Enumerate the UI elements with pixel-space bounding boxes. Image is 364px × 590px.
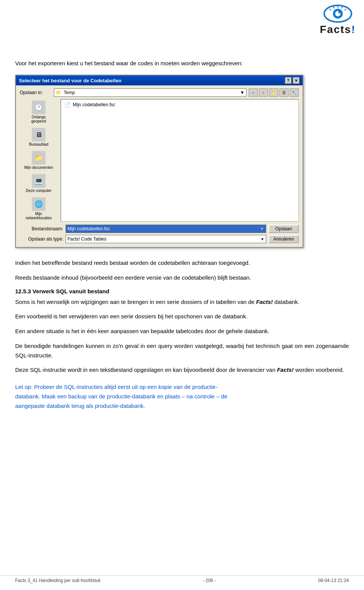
help-button[interactable]: ?	[285, 77, 292, 84]
section-heading-1253: 12.5.3 Verwerk SQL vanuit bestand	[15, 288, 349, 294]
sidebar-my-documents[interactable]: 📁 Mijn documenten	[20, 149, 58, 171]
dialog-body: Opslaan in: 📁 Temp ▼ ← ↑ 📁 ☰ 🔧	[16, 85, 303, 247]
tools-button[interactable]: 🔧	[290, 88, 299, 97]
dialog-wrapper: Selecteer het bestand voor de Codetabell…	[15, 75, 349, 248]
paragraph-sql-query: De benodigde handelingen kunnen in zo'n …	[15, 341, 349, 360]
footer-center: - 206 -	[203, 578, 216, 583]
dialog-main-area: 🕐 Onlangsgeopend 🖥 Bureaublad 📁 Mijn doc…	[20, 99, 299, 222]
svg-line-8	[329, 9, 331, 10]
view-button[interactable]: ☰	[279, 88, 289, 97]
filename-row: Bestandsnaam: Mijn codetabellen.fsc ▼ Op…	[20, 225, 299, 233]
toolbar-buttons: ← ↑ 📁 ☰ 🔧	[249, 88, 299, 97]
desktop-icon: 🖥	[32, 128, 46, 142]
svg-line-5	[342, 6, 342, 8]
paragraph-existing-content: Reeds bestaande inhoud (bijvoorbeeld een…	[15, 273, 349, 283]
file-item[interactable]: 📄 Mijn codetabellen.fsc	[63, 101, 297, 109]
logo-brand: Facts!	[320, 24, 356, 36]
sidebar-desktop[interactable]: 🖥 Bureaublad	[20, 126, 58, 148]
dialog-title: Selecteer het bestand voor de Codetabell…	[19, 78, 121, 83]
up-button[interactable]: ↑	[259, 88, 268, 97]
footer-left: Facts 3_41 Handleiding per sub-hoofdstuk	[15, 578, 100, 583]
filename-input[interactable]: Mijn codetabellen.fsc ▼	[66, 225, 266, 233]
sidebar-network-locations[interactable]: 🌐 Mijnnetwerklocaties	[20, 196, 58, 222]
intro-paragraph: Voor het exporteren kiest u het bestand …	[15, 59, 349, 68]
sidebar-recently-opened[interactable]: 🕐 Onlangsgeopend	[20, 99, 58, 125]
note-paragraph: Let op: Probeer de SQL-instructies altij…	[15, 382, 349, 411]
sidebar-this-computer[interactable]: 💻 Deze computer	[20, 173, 58, 194]
footer-right: 08-04-13 21:24	[318, 578, 349, 583]
paragraph-after-dialog: Indien het betreffende bestand reeds bes…	[15, 258, 349, 268]
dialog-titlebar: Selecteer het bestand voor de Codetabell…	[16, 76, 303, 85]
new-folder-button[interactable]: 📁	[269, 88, 278, 97]
paragraph-another-situation: Een andere situatie is het in één keer a…	[15, 327, 349, 336]
save-as-dropdown[interactable]: Facts! Code Tables ▼	[66, 235, 266, 243]
save-button[interactable]: Opslaan	[268, 225, 299, 233]
svg-point-3	[338, 11, 340, 13]
paragraph-sometimes: Soms is het wenselijk om wijzigingen aan…	[15, 297, 349, 307]
svg-line-6	[333, 6, 334, 8]
file-list: 📄 Mijn codetabellen.fsc	[61, 99, 299, 222]
save-as-row: Opslaan als type: Facts! Code Tables ▼ A…	[20, 235, 299, 243]
recent-icon: 🕐	[32, 101, 46, 114]
facts-logo-icon	[323, 4, 353, 24]
footer: Facts 3_41 Handleiding per sub-hoofdstuk…	[0, 575, 364, 583]
save-as-label: Opslaan als type:	[20, 236, 63, 242]
save-in-label: Opslaan in:	[20, 90, 54, 95]
back-button[interactable]: ←	[249, 88, 258, 97]
save-in-row: Opslaan in: 📁 Temp ▼ ← ↑ 📁 ☰ 🔧	[20, 88, 299, 97]
file-icon: 📄	[64, 102, 71, 108]
titlebar-buttons: ? ✕	[285, 77, 300, 84]
close-button[interactable]: ✕	[293, 77, 300, 84]
svg-line-7	[345, 9, 346, 10]
computer-icon: 💻	[32, 174, 46, 188]
paragraph-textfile: Deze SQL-instructie wordt in een tekstbe…	[15, 365, 349, 375]
documents-icon: 📁	[32, 151, 46, 165]
filename-label: Bestandsnaam:	[20, 226, 63, 231]
network-icon: 🌐	[32, 197, 46, 211]
save-in-dropdown[interactable]: 📁 Temp ▼	[54, 88, 246, 97]
file-save-dialog: Selecteer het bestand voor de Codetabell…	[15, 75, 303, 248]
cancel-button[interactable]: Annuleren	[268, 235, 299, 243]
logo-area: Facts!	[320, 4, 356, 36]
dialog-bottom-fields: Bestandsnaam: Mijn codetabellen.fsc ▼ Op…	[20, 225, 299, 243]
file-name: Mijn codetabellen.fsc	[73, 102, 115, 107]
dialog-sidebar: 🕐 Onlangsgeopend 🖥 Bureaublad 📁 Mijn doc…	[20, 99, 58, 222]
paragraph-example: Een voorbeeld is het verwijderen van een…	[15, 312, 349, 321]
